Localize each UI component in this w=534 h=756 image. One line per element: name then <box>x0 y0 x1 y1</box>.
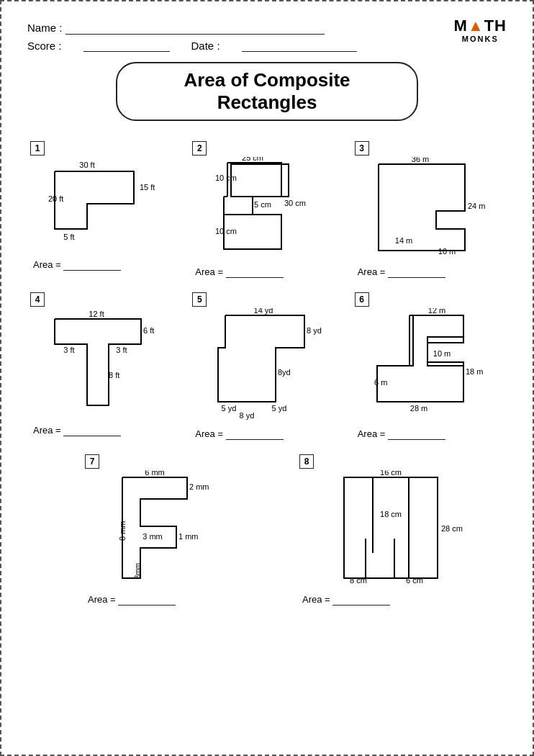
problem-5-answer[interactable] <box>226 428 284 440</box>
problem-7-number: 7 <box>85 454 99 469</box>
svg-text:14 m: 14 m <box>395 236 412 245</box>
svg-text:10 cm: 10 cm <box>215 227 237 235</box>
problem-6: 6 12 m 10 m 6 m <box>352 288 507 443</box>
date-underline <box>242 39 357 52</box>
svg-text:28 cm: 28 cm <box>441 524 463 533</box>
svg-text:20 ft: 20 ft <box>48 194 63 203</box>
svg-text:3 ft: 3 ft <box>63 346 74 354</box>
problem-3-number: 3 <box>355 141 369 156</box>
problem-2-shape: 25 cm 10 cm 5 cm 10 cm 30 cm <box>209 157 325 258</box>
problem-7-area: Area = <box>85 594 176 606</box>
svg-text:18 m: 18 m <box>466 367 483 376</box>
svg-text:8yd: 8yd <box>278 368 291 377</box>
logo-monks: MONKS <box>454 35 507 43</box>
worksheet-page: M▲TH MONKS Name : Score : Date : Area of… <box>0 0 534 756</box>
problem-4: 4 12 ft 6 ft 3 ft 3 ft 8 ft <box>27 288 182 443</box>
svg-text:5 yd: 5 yd <box>272 404 287 413</box>
problem-6-area: Area = <box>355 428 445 440</box>
svg-text:5 cm: 5 cm <box>254 200 271 209</box>
svg-text:25 cm: 25 cm <box>242 157 263 162</box>
svg-text:14 yd: 14 yd <box>254 308 273 315</box>
svg-text:6 mm: 6 mm <box>145 470 165 477</box>
svg-text:8 mm: 8 mm <box>118 521 127 541</box>
problem-2-number: 2 <box>192 141 207 156</box>
svg-text:36 m: 36 m <box>412 157 429 163</box>
svg-text:28 m: 28 m <box>410 404 427 413</box>
svg-text:6 ft: 6 ft <box>143 326 154 335</box>
bottom-problems: 7 6 mm 2 mm 3 mm 1 mm 8 <box>27 450 507 608</box>
svg-rect-4 <box>231 164 289 197</box>
svg-text:3 mm: 3 mm <box>142 532 163 541</box>
svg-text:8 yd: 8 yd <box>240 411 255 420</box>
svg-text:24 m: 24 m <box>468 202 485 210</box>
problem-1: 1 30 ft 15 ft 20 ft 5 ft <box>27 137 182 281</box>
svg-text:6 cm: 6 cm <box>406 576 423 585</box>
date-label: Date : <box>191 40 220 52</box>
problem-8-shape: 16 cm 18 cm 28 cm 8 cm 6 cm <box>337 470 466 585</box>
problem-1-area: Area = <box>30 259 121 271</box>
score-date-line: Score : Date : <box>27 39 507 52</box>
logo: M▲TH MONKS <box>454 17 507 43</box>
svg-text:8 ft: 8 ft <box>109 371 119 379</box>
problem-8-number: 8 <box>299 454 314 469</box>
problem-2: 2 <box>189 137 344 281</box>
svg-text:10 m: 10 m <box>433 349 451 358</box>
score-underline <box>83 39 170 52</box>
name-underline <box>65 22 325 35</box>
svg-text:30 cm: 30 cm <box>284 199 306 207</box>
name-line: Name : <box>27 22 507 35</box>
svg-rect-39 <box>344 477 438 578</box>
svg-text:18 cm: 18 cm <box>380 510 402 518</box>
svg-text:8 cm: 8 cm <box>350 576 367 585</box>
problem-5-shape: 14 yd 8 yd 8yd 5 yd 5 yd 8 yd <box>207 308 326 420</box>
problem-4-answer[interactable] <box>63 425 121 436</box>
svg-text:16 cm: 16 cm <box>380 470 402 477</box>
problem-4-area: Area = <box>30 425 121 436</box>
problem-3-shape: 36 m 24 m 14 m 10 m <box>371 157 487 258</box>
svg-text:12 ft: 12 ft <box>89 310 104 318</box>
problem-6-answer[interactable] <box>388 428 445 440</box>
problem-1-answer[interactable] <box>63 259 121 271</box>
svg-text:30 ft: 30 ft <box>79 161 94 169</box>
problem-7-shape: 6 mm 2 mm 3 mm 1 mm 8 mm 3mm <box>115 470 230 585</box>
problem-2-area: Area = <box>192 266 283 278</box>
svg-text:10 m: 10 m <box>438 247 456 256</box>
problem-5: 5 14 yd 8 yd 8yd 5 yd 5 yd <box>189 288 344 443</box>
worksheet-title: Area of Composite Rectangles <box>116 62 418 121</box>
problem-4-shape: 12 ft 6 ft 3 ft 3 ft 8 ft <box>47 308 163 416</box>
problem-7: 7 6 mm 2 mm 3 mm 1 mm 8 <box>27 450 263 608</box>
svg-text:5 ft: 5 ft <box>63 233 74 241</box>
svg-text:3mm: 3mm <box>134 563 142 579</box>
svg-text:6 m: 6 m <box>374 378 387 387</box>
problem-8: 8 <box>271 450 507 608</box>
problem-1-shape: 30 ft 15 ft 20 ft 5 ft <box>47 157 163 251</box>
svg-text:1 mm: 1 mm <box>178 532 199 541</box>
svg-text:12 m: 12 m <box>428 308 445 315</box>
problem-3: 3 36 m 24 m 14 m 10 m Are <box>352 137 507 281</box>
problems-grid: 1 30 ft 15 ft 20 ft 5 ft <box>27 137 507 443</box>
svg-text:8 yd: 8 yd <box>307 326 322 335</box>
svg-text:3 ft: 3 ft <box>116 346 127 354</box>
problem-1-number: 1 <box>30 141 45 156</box>
problem-2-answer[interactable] <box>226 266 284 278</box>
problem-6-number: 6 <box>355 292 369 307</box>
worksheet-header: Name : Score : Date : <box>27 22 507 52</box>
problem-5-number: 5 <box>192 292 207 307</box>
svg-text:10 cm: 10 cm <box>215 174 237 182</box>
svg-text:15 ft: 15 ft <box>140 183 155 192</box>
problem-4-number: 4 <box>30 292 45 307</box>
name-label: Name : <box>27 22 62 34</box>
problem-7-answer[interactable] <box>118 594 176 606</box>
score-label: Score : <box>27 40 62 52</box>
problem-3-answer[interactable] <box>388 266 445 278</box>
logo-math: M▲TH <box>454 17 507 35</box>
problem-6-shape: 12 m 10 m 6 m 18 m 28 m <box>370 308 489 420</box>
problem-5-area: Area = <box>192 428 283 440</box>
svg-text:5 yd: 5 yd <box>222 404 237 413</box>
problem-8-answer[interactable] <box>332 594 390 606</box>
logo-triangle: ▲ <box>468 17 484 35</box>
problem-3-area: Area = <box>355 266 445 278</box>
problem-8-area: Area = <box>299 594 390 606</box>
svg-text:2 mm: 2 mm <box>189 482 209 491</box>
